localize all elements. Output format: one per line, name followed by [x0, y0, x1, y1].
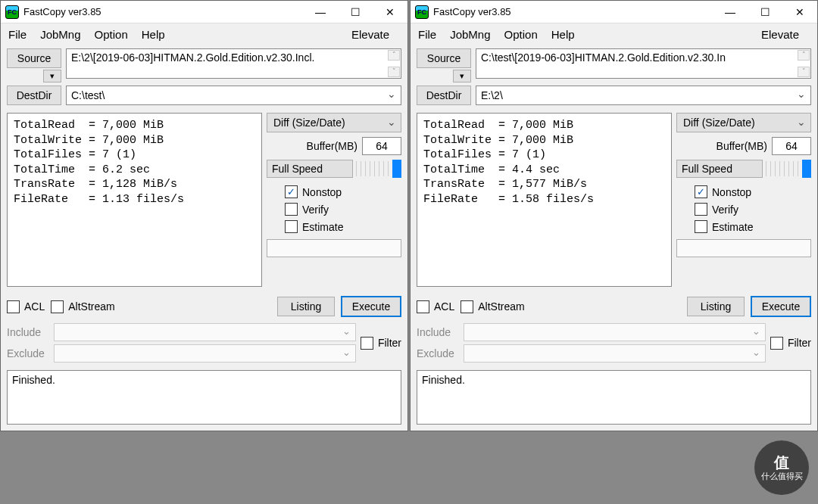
altstream-checkbox[interactable]	[51, 300, 64, 313]
scroll-up-icon[interactable]: ˄	[798, 50, 810, 61]
watermark-badge: 值 什么值得买	[754, 440, 809, 495]
window-right: FC FastCopy ver3.85 — ☐ ✕ File JobMng Op…	[410, 0, 818, 431]
menu-help[interactable]: Help	[140, 26, 173, 42]
exclude-combo[interactable]	[464, 344, 766, 362]
verify-checkbox[interactable]	[695, 203, 707, 216]
maximize-button[interactable]: ☐	[338, 1, 373, 23]
source-value: C:\test\[2019-06-03]HITMAN.2.Gold.Editio…	[481, 51, 726, 64]
acl-checkbox[interactable]	[417, 300, 429, 313]
stats-panel: TotalRead = 7,000 MiB TotalWrite = 7,000…	[417, 113, 672, 287]
exclude-combo[interactable]	[54, 344, 356, 362]
source-history-button[interactable]: ▾	[43, 70, 61, 82]
buffer-label: Buffer(MB)	[717, 140, 767, 152]
source-input[interactable]: C:\test\[2019-06-03]HITMAN.2.Gold.Editio…	[476, 48, 811, 79]
buffer-label: Buffer(MB)	[307, 140, 357, 152]
mode-combo[interactable]: Diff (Size/Date)	[676, 113, 811, 132]
menu-jobmng[interactable]: JobMng	[448, 26, 498, 42]
log-panel: Finished.	[417, 370, 811, 425]
source-button[interactable]: Source	[417, 48, 471, 68]
filter-label: Filter	[378, 337, 401, 349]
nonstop-checkbox[interactable]: ✓	[695, 185, 707, 198]
estimate-checkbox[interactable]	[285, 220, 298, 233]
altstream-label: AltStream	[478, 300, 524, 313]
commandline-input[interactable]	[676, 239, 811, 257]
listing-button[interactable]: Listing	[277, 297, 335, 316]
estimate-checkbox[interactable]	[695, 220, 707, 233]
execute-button[interactable]: Execute	[341, 296, 401, 317]
slider-thumb-icon[interactable]	[392, 160, 401, 178]
include-label: Include	[7, 326, 49, 338]
destdir-button[interactable]: DestDir	[417, 86, 471, 105]
menubar: File JobMng Option Help Elevate	[1, 23, 407, 45]
filter-label: Filter	[788, 337, 811, 349]
menu-option[interactable]: Option	[503, 26, 545, 42]
watermark-text: 什么值得买	[761, 471, 803, 481]
nonstop-label: Nonstop	[302, 186, 342, 198]
exclude-label: Exclude	[417, 347, 459, 359]
speed-slider[interactable]	[356, 161, 401, 176]
scroll-down-icon[interactable]: ˅	[798, 67, 810, 77]
filter-checkbox[interactable]	[361, 337, 373, 350]
verify-label: Verify	[712, 204, 738, 216]
menu-file[interactable]: File	[417, 26, 444, 42]
source-input[interactable]: E:\2\[2019-06-03]HITMAN.2.Gold.Edition.v…	[66, 48, 401, 79]
menu-elevate[interactable]: Elevate	[760, 26, 807, 42]
acl-label: ACL	[434, 300, 454, 313]
acl-checkbox[interactable]	[7, 300, 20, 313]
dest-value: E:\2\	[481, 89, 503, 101]
menu-elevate[interactable]: Elevate	[350, 26, 397, 42]
verify-label: Verify	[302, 204, 329, 216]
speed-label: Full Speed	[676, 160, 763, 178]
filter-checkbox[interactable]	[770, 337, 783, 350]
minimize-button[interactable]: —	[303, 1, 338, 23]
scroll-down-icon[interactable]: ˅	[388, 67, 400, 77]
include-combo[interactable]	[464, 323, 766, 341]
menu-help[interactable]: Help	[550, 26, 582, 42]
speed-label: Full Speed	[267, 160, 353, 178]
titlebar: FC FastCopy ver3.85 — ☐ ✕	[1, 1, 407, 23]
commandline-input[interactable]	[267, 239, 401, 257]
listing-button[interactable]: Listing	[687, 297, 745, 316]
buffer-input[interactable]: 64	[772, 137, 811, 155]
maximize-button[interactable]: ☐	[748, 1, 782, 23]
dest-input[interactable]: C:\test\	[66, 86, 401, 105]
mode-combo[interactable]: Diff (Size/Date)	[267, 113, 401, 132]
altstream-label: AltStream	[68, 300, 114, 313]
acl-label: ACL	[24, 300, 45, 313]
window-title: FastCopy ver3.85	[433, 6, 713, 17]
source-history-button[interactable]: ▾	[453, 70, 471, 82]
scroll-up-icon[interactable]: ˄	[388, 50, 400, 61]
app-icon: FC	[5, 5, 19, 19]
nonstop-label: Nonstop	[712, 186, 751, 198]
source-value: E:\2\[2019-06-03]HITMAN.2.Gold.Edition.v…	[71, 51, 314, 64]
minimize-button[interactable]: —	[713, 1, 748, 23]
menu-jobmng[interactable]: JobMng	[39, 26, 88, 42]
titlebar: FC FastCopy ver3.85 — ☐ ✕	[411, 1, 817, 23]
speed-slider[interactable]	[766, 161, 811, 176]
nonstop-checkbox[interactable]: ✓	[285, 185, 298, 198]
close-button[interactable]: ✕	[373, 1, 407, 23]
app-icon: FC	[415, 5, 429, 19]
destdir-button[interactable]: DestDir	[7, 86, 61, 105]
menu-option[interactable]: Option	[93, 26, 136, 42]
window-left: FC FastCopy ver3.85 — ☐ ✕ File JobMng Op…	[0, 0, 408, 431]
menubar: File JobMng Option Help Elevate	[411, 23, 817, 45]
altstream-checkbox[interactable]	[461, 300, 473, 313]
verify-checkbox[interactable]	[285, 203, 298, 216]
include-label: Include	[417, 326, 459, 338]
include-combo[interactable]	[54, 323, 356, 341]
close-button[interactable]: ✕	[782, 1, 817, 23]
dest-input[interactable]: E:\2\	[476, 86, 811, 105]
slider-thumb-icon[interactable]	[802, 160, 811, 178]
estimate-label: Estimate	[712, 221, 753, 233]
source-button[interactable]: Source	[7, 48, 61, 68]
estimate-label: Estimate	[302, 221, 343, 233]
exclude-label: Exclude	[7, 347, 49, 359]
execute-button[interactable]: Execute	[751, 296, 811, 317]
stats-panel: TotalRead = 7,000 MiB TotalWrite = 7,000…	[7, 113, 262, 287]
buffer-input[interactable]: 64	[362, 137, 401, 155]
watermark-symbol: 值	[774, 453, 789, 471]
window-title: FastCopy ver3.85	[23, 6, 303, 17]
log-panel: Finished.	[7, 370, 401, 425]
menu-file[interactable]: File	[7, 26, 34, 42]
